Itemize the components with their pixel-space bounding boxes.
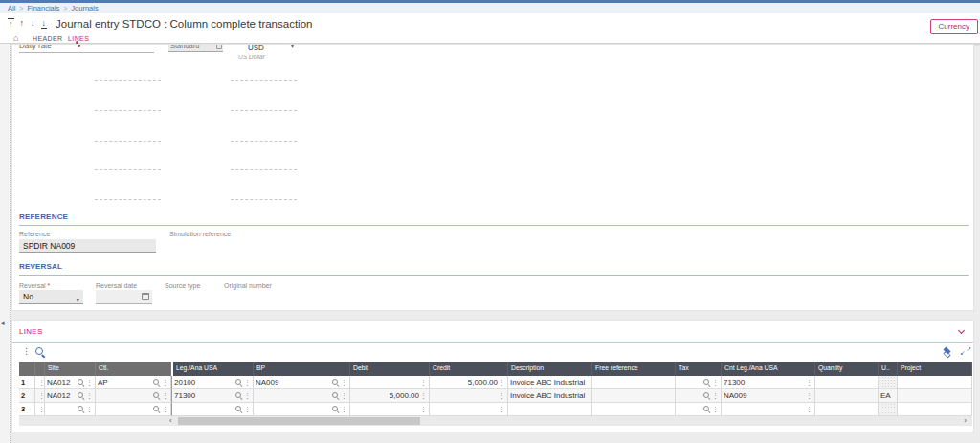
cell-ctl[interactable]: ⋮ — [96, 403, 171, 416]
cell-ctl[interactable]: AP⋮ — [96, 376, 171, 389]
row-menu[interactable]: ⋮ — [35, 389, 45, 403]
cell-credit[interactable]: ⋮ — [430, 389, 508, 403]
cell-menu-icon[interactable]: ⋮ — [85, 379, 93, 387]
breadcrumb-item-all[interactable]: All — [8, 4, 15, 12]
cell-bp[interactable]: ⋮ — [254, 389, 350, 403]
reversal-select[interactable]: No ▾ — [19, 290, 83, 304]
cell-description[interactable]: Invoice ABC Industrial — [508, 376, 592, 389]
cell-menu-icon[interactable]: ⋮ — [85, 392, 93, 400]
col-leg-ana[interactable]: Leg./Ana USA — [171, 362, 254, 376]
lookup-icon[interactable] — [702, 405, 711, 413]
cell-project[interactable] — [898, 376, 972, 389]
cell-debit[interactable]: ⋮ — [350, 376, 430, 389]
tab-header[interactable]: HEADER — [33, 35, 63, 42]
cell-menu-icon[interactable]: ⋮ — [161, 379, 168, 387]
cell-cnt-leg-ana[interactable]: 71300⋮ — [722, 376, 815, 389]
empty-field-placeholder[interactable] — [95, 141, 161, 142]
cell-description[interactable]: Invoice ABC Industrial — [508, 389, 592, 403]
home-icon[interactable]: ⌂ — [13, 33, 18, 43]
cell-menu-icon[interactable]: ⋮ — [711, 392, 719, 400]
col-quantity[interactable]: Quantity — [815, 362, 879, 376]
empty-field-placeholder[interactable] — [231, 141, 297, 142]
lookup-icon[interactable] — [77, 391, 85, 400]
rate-type-field[interactable]: Standard — [168, 44, 223, 52]
cell-project[interactable] — [898, 403, 972, 416]
empty-field-placeholder[interactable] — [95, 199, 161, 200]
cell-menu-icon[interactable]: ⋮ — [419, 392, 427, 400]
cell-menu-icon[interactable]: ⋮ — [340, 406, 347, 413]
next-record-icon[interactable]: ↓ — [30, 18, 36, 29]
cell-unit[interactable]: EA — [879, 389, 898, 403]
cell-menu-icon[interactable]: ⋮ — [805, 406, 813, 413]
cell-menu-icon[interactable]: ⋮ — [243, 406, 251, 413]
row-menu-icon[interactable]: ⋮ — [37, 392, 45, 400]
empty-field-placeholder[interactable] — [95, 110, 161, 111]
cell-menu-icon[interactable]: ⋮ — [161, 406, 168, 413]
cell-quantity[interactable] — [815, 376, 879, 389]
empty-field-placeholder[interactable] — [231, 169, 297, 170]
lookup-icon[interactable] — [152, 405, 161, 413]
horizontal-scrollbar[interactable]: ‹ › — [19, 416, 972, 426]
col-ctl[interactable]: Ctl. — [96, 362, 171, 376]
cell-tax[interactable]: ⋮ — [676, 403, 722, 416]
cell-menu-icon[interactable]: ⋮ — [340, 392, 347, 400]
col-project[interactable]: Project — [898, 362, 972, 376]
currency-dropdown-icon[interactable]: ▾ — [291, 44, 294, 49]
lookup-icon[interactable] — [331, 391, 340, 400]
row-menu[interactable]: ⋮ — [35, 403, 45, 416]
cell-credit[interactable]: 5,000.00⋮ — [430, 376, 508, 389]
col-bp[interactable]: BP — [254, 362, 350, 376]
cell-site[interactable]: NA012⋮ — [45, 376, 96, 389]
cell-menu-icon[interactable]: ⋮ — [498, 379, 505, 387]
empty-field-placeholder[interactable] — [231, 199, 297, 200]
cell-leg-ana[interactable]: ⋮ — [171, 403, 254, 416]
cell-menu-icon[interactable]: ⋮ — [161, 392, 168, 400]
collapse-section-icon[interactable] — [958, 327, 965, 334]
cell-debit[interactable]: 5,000.00⋮ — [350, 389, 430, 403]
cell-menu-icon[interactable]: ⋮ — [805, 379, 813, 387]
cell-credit[interactable]: ⋮ — [430, 403, 508, 416]
row-menu-icon[interactable]: ⋮ — [37, 406, 45, 413]
cell-description[interactable] — [508, 403, 592, 416]
currency-button[interactable]: Currency — [930, 19, 978, 34]
cell-menu-icon[interactable]: ⋮ — [498, 406, 505, 413]
cell-debit[interactable]: ⋮ — [350, 403, 430, 416]
last-record-icon[interactable]: ↓ — [41, 18, 48, 29]
row-menu[interactable]: ⋮ — [35, 376, 45, 389]
col-tax[interactable]: Tax — [676, 362, 722, 376]
tab-lines[interactable]: LINES — [68, 35, 89, 42]
cell-ctl[interactable]: ⋮ — [96, 389, 171, 403]
lookup-icon[interactable] — [234, 391, 243, 400]
empty-field-placeholder[interactable] — [231, 110, 297, 111]
expand-grid-icon[interactable]: ↗ ↙ — [960, 345, 971, 357]
lookup-icon[interactable] — [77, 378, 85, 387]
cell-cnt-leg-ana[interactable]: NA009⋮ — [722, 389, 815, 403]
lookup-icon[interactable] — [234, 378, 243, 387]
scroll-left-icon[interactable]: ‹ — [169, 416, 172, 426]
cell-menu-icon[interactable]: ⋮ — [85, 406, 93, 413]
cell-cnt-leg-ana[interactable]: ⋮ — [722, 403, 815, 416]
cell-menu-icon[interactable]: ⋮ — [243, 379, 251, 387]
lookup-icon[interactable] — [331, 405, 340, 413]
cell-menu-icon[interactable]: ⋮ — [711, 379, 719, 387]
col-site[interactable]: Site — [45, 362, 96, 376]
lookup-icon[interactable] — [702, 391, 711, 400]
cell-free-reference[interactable] — [592, 403, 676, 416]
first-record-icon[interactable]: ↑ — [8, 18, 14, 29]
cell-leg-ana[interactable]: 71300⋮ — [171, 389, 254, 403]
cell-bp[interactable]: NA009⋮ — [254, 376, 350, 389]
calendar-icon[interactable] — [142, 293, 149, 300]
grid-search-icon[interactable] — [35, 347, 46, 358]
grid-menu-icon[interactable]: ⋮ — [22, 346, 31, 356]
breadcrumb-item-financials[interactable]: Financials — [27, 4, 59, 12]
empty-field-placeholder[interactable] — [95, 80, 161, 81]
cell-quantity[interactable] — [815, 389, 879, 403]
col-credit[interactable]: Credit — [430, 362, 508, 376]
reference-input[interactable]: SPDIR NA009 — [19, 239, 156, 253]
daily-rate-input[interactable] — [19, 52, 154, 53]
lookup-icon[interactable] — [234, 405, 243, 413]
cell-leg-ana[interactable]: 20100⋮ — [171, 376, 254, 389]
cell-bp[interactable]: ⋮ — [254, 403, 350, 416]
currency-code-value[interactable]: USD — [248, 44, 264, 52]
cell-menu-icon[interactable]: ⋮ — [498, 392, 505, 400]
